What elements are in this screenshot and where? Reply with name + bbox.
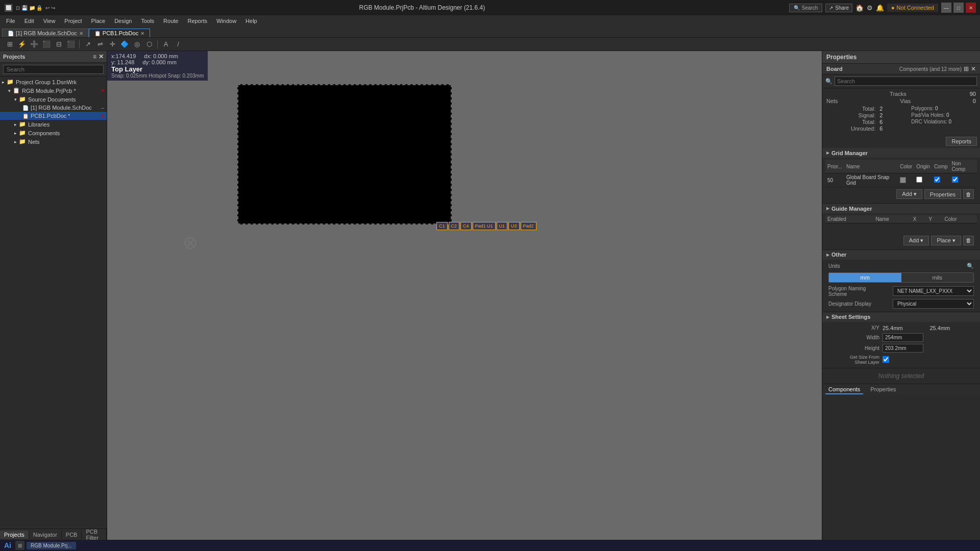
tree-item-nets[interactable]: ▸ 📁 Nets xyxy=(0,137,107,146)
search-input[interactable] xyxy=(3,65,104,74)
menu-file[interactable]: File xyxy=(2,17,19,25)
comp-c1[interactable]: C1 xyxy=(436,222,448,230)
grid-properties-button[interactable]: Properties xyxy=(924,189,961,199)
comp-pad1[interactable]: Pad1 U1 xyxy=(473,222,496,230)
guide-col-y: Y xyxy=(927,215,943,223)
via-btn[interactable]: ◎ xyxy=(131,39,142,50)
unit-mm[interactable]: mm xyxy=(829,273,901,282)
guide-manager-title: Guide Manager xyxy=(831,206,872,212)
unit-mils[interactable]: mils xyxy=(901,273,974,282)
menu-place[interactable]: Place xyxy=(87,17,110,25)
guide-manager-header[interactable]: ▸ Guide Manager xyxy=(822,204,980,213)
filter-btn[interactable]: ⊞ xyxy=(4,39,15,50)
grid-cell-origin xyxy=(914,173,932,187)
taskbar-app[interactable]: RGB Module.Prj... xyxy=(27,542,76,549)
menu-edit[interactable]: Edit xyxy=(20,17,38,25)
pbt-navigator[interactable]: Navigator xyxy=(29,531,62,539)
menu-project[interactable]: Project xyxy=(60,17,86,25)
stats-grid: Total: 2 Polygons: 0 Signal: 2 Pad/Via H… xyxy=(826,105,976,133)
tree-item-schematic[interactable]: 📄 [1] RGB Module.SchDoc → xyxy=(0,104,107,112)
snap-btn[interactable]: ✛ xyxy=(107,39,118,50)
split-btn[interactable]: ⬛ xyxy=(65,39,77,50)
tab-schematic-close[interactable]: ✕ xyxy=(79,31,83,36)
tree-item-libraries[interactable]: ▸ 📁 Libraries xyxy=(0,120,107,129)
pbt-projects[interactable]: Projects xyxy=(0,531,29,539)
tab-pcb[interactable]: 📋 PCB1.PcbDoc ✕ xyxy=(89,29,150,37)
grid-delete-button[interactable]: 🗑 xyxy=(963,189,974,199)
window-controls[interactable]: — □ ✕ xyxy=(941,3,976,13)
guide-add-button[interactable]: Add ▾ xyxy=(903,236,929,245)
filter-icon[interactable]: ⊞ xyxy=(964,65,969,72)
settings-icon[interactable]: ⚙ xyxy=(867,4,873,12)
tree-project-close[interactable]: ✕ xyxy=(101,88,105,93)
draw-btn[interactable]: / xyxy=(173,39,184,50)
minimize-button[interactable]: — xyxy=(941,3,951,13)
text-btn[interactable]: A xyxy=(160,39,172,50)
comp-u3[interactable]: U3 xyxy=(508,222,520,230)
tree-item-pcb[interactable]: 📋 PCB1.PcbDoc * ✕ xyxy=(0,112,107,120)
grid-row-1[interactable]: 50 Global Board Snap Grid xyxy=(825,173,977,187)
tab-schematic[interactable]: 📄 [1] RGB Module.SchDoc ✕ xyxy=(2,29,89,37)
search-icon: 🔍 xyxy=(794,5,800,11)
units-search-icon[interactable]: 🔍 xyxy=(967,263,974,269)
grid-add-button[interactable]: Add ▾ xyxy=(896,189,922,199)
home-icon[interactable]: 🏠 xyxy=(855,4,864,12)
close-button[interactable]: ✕ xyxy=(966,3,976,13)
canvas-area[interactable]: x:174.419 dx: 0.000 mm y: 11.248 dy: 0.0… xyxy=(107,51,822,540)
guide-delete-button[interactable]: 🗑 xyxy=(963,236,974,245)
panel-menu-icon[interactable]: ≡ xyxy=(93,53,96,60)
rbt-properties[interactable]: Properties xyxy=(867,385,899,394)
tab-pcb-close[interactable]: ✕ xyxy=(140,31,144,36)
polygon-naming-row: Polygon NamingScheme NET NAME_LXX_PXXX xyxy=(825,285,977,298)
maximize-button[interactable]: □ xyxy=(953,3,964,13)
pbt-pcb[interactable]: PCB xyxy=(62,531,82,539)
grid-manager-header[interactable]: ▸ Grid Manager xyxy=(822,148,980,158)
sheet-getsize-checkbox[interactable] xyxy=(883,356,889,363)
reports-button[interactable]: Reports xyxy=(946,137,977,146)
menu-view[interactable]: View xyxy=(39,17,60,25)
comp-c4[interactable]: C4 xyxy=(460,222,472,230)
comp-pad2[interactable]: Pad2 xyxy=(521,222,536,230)
tree-item-project-group[interactable]: ▸ 📁 Project Group 1.DsnWrk xyxy=(0,78,107,86)
other-section-header[interactable]: ▸ Other xyxy=(822,250,980,260)
share-icon: ↗ xyxy=(829,5,833,11)
polygon-naming-select[interactable]: NET NAME_LXX_PXXX xyxy=(893,286,974,296)
comp-c2[interactable]: C2 xyxy=(449,222,460,230)
tree-item-source-docs[interactable]: ▾ 📁 Source Documents xyxy=(0,95,107,104)
menu-tools[interactable]: Tools xyxy=(137,17,158,25)
sheet-width-input[interactable] xyxy=(883,333,923,342)
interactive-btn[interactable]: ⚡ xyxy=(16,39,28,50)
taskbar-ai-label[interactable]: Ai xyxy=(2,541,13,549)
minus-btn[interactable]: ⬛ xyxy=(41,39,52,50)
diff-btn[interactable]: ⇌ xyxy=(94,39,106,50)
guide-place-button[interactable]: Place ▾ xyxy=(931,236,961,245)
menu-help[interactable]: Help xyxy=(241,17,261,25)
menu-route[interactable]: Route xyxy=(159,17,182,25)
taskbar-start-icon[interactable]: ⊞ xyxy=(15,541,24,550)
designator-select[interactable]: Physical xyxy=(893,299,974,309)
sheet-settings-header[interactable]: ▸ Sheet Settings xyxy=(822,312,980,322)
route-btn[interactable]: ↗ xyxy=(82,39,93,50)
right-search-input[interactable] xyxy=(835,77,977,86)
plus-btn[interactable]: ➕ xyxy=(29,39,40,50)
pad-btn[interactable]: ⬡ xyxy=(143,39,155,50)
sheet-height-input[interactable] xyxy=(883,344,923,353)
tree-item-components[interactable]: ▸ 📁 Components xyxy=(0,129,107,137)
comp-btn[interactable]: 🔷 xyxy=(119,39,130,50)
tree-nets-icon: 📁 xyxy=(19,138,26,145)
notification-icon[interactable]: 🔔 xyxy=(876,4,884,12)
filter-close-icon[interactable]: ✕ xyxy=(971,65,976,72)
panel-close-icon[interactable]: ✕ xyxy=(99,53,104,60)
merge-btn[interactable]: ⊟ xyxy=(53,39,64,50)
left-panel: Projects ≡ ✕ ▸ 📁 Project Group 1.DsnWrk … xyxy=(0,51,107,540)
menu-window[interactable]: Window xyxy=(212,17,240,25)
grid-cell-name: Global Board Snap Grid xyxy=(844,173,898,187)
menu-reports[interactable]: Reports xyxy=(183,17,211,25)
share-btn[interactable]: ↗ Share xyxy=(825,4,852,12)
tree-pcb-close[interactable]: ✕ xyxy=(101,113,105,119)
tree-item-rgb-project[interactable]: ▾ 📋 RGB Module.PrjPcb * ✕ xyxy=(0,86,107,95)
pcb-board[interactable] xyxy=(237,84,452,224)
rbt-components[interactable]: Components xyxy=(825,385,863,394)
menu-design[interactable]: Design xyxy=(110,17,136,25)
comp-u1[interactable]: U1 xyxy=(497,222,508,230)
